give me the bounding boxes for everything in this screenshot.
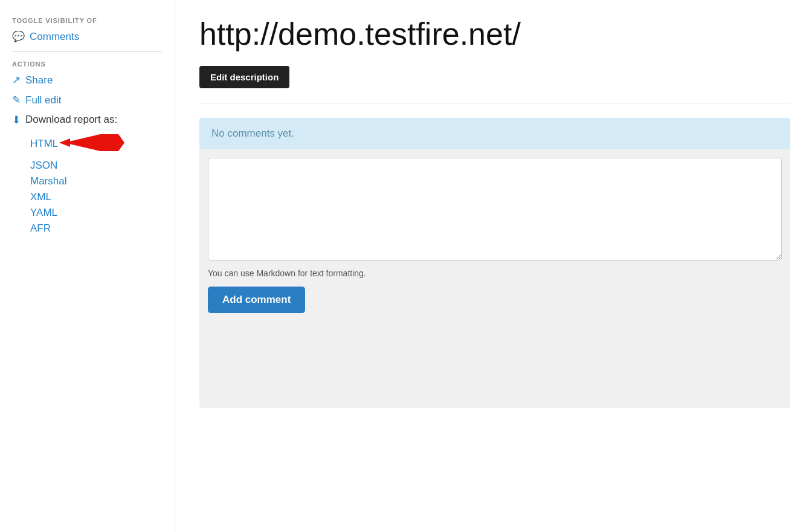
markdown-hint: You can use Markdown for text formatting…	[208, 268, 782, 278]
download-marshal-link[interactable]: Marshal	[30, 175, 163, 187]
share-icon: ↗	[12, 74, 21, 86]
actions-label: ACTIONS	[12, 60, 163, 68]
download-format-list: HTML JSON Marshal XML YAML AFR	[12, 131, 163, 235]
comment-textarea[interactable]	[208, 158, 782, 261]
download-html-row: HTML	[30, 131, 163, 156]
main-content: http://demo.testfire.net/ Edit descripti…	[175, 0, 812, 532]
sidebar-comments-link[interactable]: 💬 Comments	[12, 30, 163, 43]
comments-panel: No comments yet. You can use Markdown fo…	[199, 118, 790, 408]
sidebar-divider-1	[12, 51, 163, 52]
download-yaml-link[interactable]: YAML	[30, 207, 163, 219]
download-report-label: ⬇ Download report as:	[12, 114, 163, 126]
edit-description-button[interactable]: Edit description	[199, 66, 289, 88]
svg-marker-0	[64, 134, 124, 151]
share-label: Share	[25, 74, 53, 86]
download-afr-link[interactable]: AFR	[30, 222, 163, 235]
annotation-arrow	[58, 131, 124, 156]
sidebar: TOGGLE VISIBILITY OF 💬 Comments ACTIONS …	[0, 0, 175, 532]
add-comment-button[interactable]: Add comment	[208, 287, 305, 313]
comments-link-label: Comments	[30, 31, 79, 43]
svg-marker-1	[59, 138, 70, 147]
download-xml-link[interactable]: XML	[30, 191, 163, 203]
toggle-visibility-label: TOGGLE VISIBILITY OF	[12, 17, 163, 24]
download-report-text: Download report as:	[25, 114, 117, 126]
no-comments-bar: No comments yet.	[199, 118, 790, 149]
download-icon: ⬇	[12, 114, 21, 126]
comment-input-area	[199, 158, 790, 268]
full-edit-label: Full edit	[25, 94, 62, 106]
edit-icon: ✎	[12, 94, 21, 106]
page-title: http://demo.testfire.net/	[199, 17, 790, 51]
download-json-link[interactable]: JSON	[30, 160, 163, 172]
comments-icon: 💬	[12, 30, 25, 43]
share-action[interactable]: ↗ Share	[12, 74, 163, 86]
full-edit-action[interactable]: ✎ Full edit	[12, 94, 163, 106]
main-divider	[199, 103, 790, 103]
download-html-link[interactable]: HTML	[30, 138, 58, 150]
